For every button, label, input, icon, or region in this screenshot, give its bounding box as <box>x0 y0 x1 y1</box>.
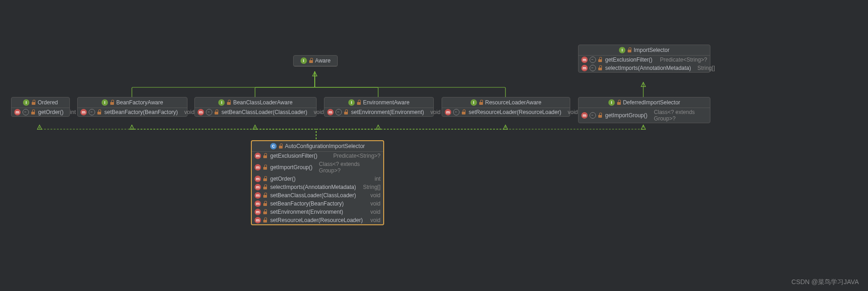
method-icon <box>255 192 261 199</box>
method-sig: setBeanFactory(BeanFactory) <box>270 200 364 207</box>
method-row: setBeanClassLoader(ClassLoader)void <box>195 108 316 116</box>
method-row: setResourceLoader(ResourceLoader)void <box>442 108 570 116</box>
method-sig: setBeanClassLoader(ClassLoader) <box>270 192 364 199</box>
node-environment-aware[interactable]: IEnvironmentAware setEnvironment(Environ… <box>324 97 434 117</box>
override-icon <box>89 109 95 115</box>
method-sig: getImportGroup() <box>270 164 312 171</box>
node-title: BeanClassLoaderAware <box>233 99 292 106</box>
node-resource-loader-aware[interactable]: IResourceLoaderAware setResourceLoader(R… <box>442 97 570 117</box>
lock-icon <box>357 100 361 105</box>
method-sig: setResourceLoader(ResourceLoader) <box>270 217 364 223</box>
lock-icon <box>263 177 267 181</box>
node-title: ResourceLoaderAware <box>485 99 542 106</box>
method-icon <box>255 217 261 223</box>
method-row: setBeanFactory(BeanFactory)void <box>252 200 383 208</box>
method-icon <box>327 109 334 115</box>
method-row: getExclusionFilter()Predicate<String>? <box>252 152 383 160</box>
method-ret: Predicate<String>? <box>333 153 380 159</box>
node-header: IOrdered <box>11 97 69 108</box>
method-ret: void <box>370 200 380 207</box>
method-row: getExclusionFilter()Predicate<String>? <box>579 56 710 64</box>
node-ordered[interactable]: IOrdered getOrder()int <box>11 97 70 117</box>
override-icon <box>453 109 460 115</box>
method-ret: Class<? extends Group>? <box>654 109 707 122</box>
watermark: CSDN @菜鸟学习JAVA <box>791 278 859 286</box>
lock-icon <box>263 218 267 223</box>
lock-icon <box>263 193 267 198</box>
method-sig: setBeanFactory(BeanFactory) <box>104 109 178 115</box>
lock-icon <box>263 154 267 158</box>
method-icon <box>255 184 261 190</box>
method-row: setEnvironment(Environment)void <box>252 208 383 216</box>
method-ret: void <box>314 109 324 115</box>
method-sig: setEnvironment(Environment) <box>351 109 424 115</box>
lock-icon <box>263 185 267 189</box>
method-ret: String[] <box>363 184 380 190</box>
node-header: I ImportSelector <box>579 45 710 56</box>
method-sig: getOrder() <box>38 109 63 115</box>
node-title: Ordered <box>38 99 58 106</box>
node-title: ImportSelector <box>634 47 669 53</box>
node-header: IBeanFactoryAware <box>78 97 187 108</box>
method-icon <box>255 200 261 207</box>
interface-icon: I <box>471 99 477 106</box>
lock-icon <box>278 144 283 148</box>
node-header: I Aware <box>294 56 337 66</box>
node-header: IDeferredImportSelector <box>579 97 710 108</box>
override-icon <box>590 112 596 119</box>
method-icon <box>198 109 204 115</box>
method-row: setBeanClassLoader(ClassLoader)void <box>252 191 383 200</box>
method-row: selectImports(AnnotationMetadata)String[… <box>252 183 383 191</box>
method-row: setResourceLoader(ResourceLoader)void <box>252 216 383 224</box>
node-bean-classloader-aware[interactable]: IBeanClassLoaderAware setBeanClassLoader… <box>194 97 317 117</box>
method-ret: void <box>431 109 441 115</box>
interface-icon: I <box>301 57 307 64</box>
method-ret: Class<? extends Group>? <box>319 161 380 174</box>
method-row: setBeanFactory(BeanFactory)void <box>78 108 187 116</box>
method-sig: getExclusionFilter() <box>605 57 653 63</box>
interface-icon: I <box>608 99 615 106</box>
lock-icon <box>227 100 231 105</box>
node-auto-config-import-selector[interactable]: CAutoConfigurationImportSelector getExcl… <box>251 140 384 225</box>
lock-icon <box>461 110 466 114</box>
method-icon <box>80 109 87 115</box>
method-icon <box>255 209 261 215</box>
method-icon <box>255 164 261 171</box>
override-icon <box>335 109 342 115</box>
lock-icon <box>31 110 35 114</box>
node-title: DeferredImportSelector <box>623 99 681 106</box>
interface-icon: I <box>23 99 29 106</box>
node-header: IBeanClassLoaderAware <box>195 97 316 108</box>
node-import-selector[interactable]: I ImportSelector getExclusionFilter()Pre… <box>578 45 710 73</box>
method-row: getOrder()int <box>252 175 383 183</box>
method-ret: void <box>370 217 380 223</box>
node-title: BeanFactoryAware <box>116 99 163 106</box>
node-title: AutoConfigurationImportSelector <box>285 143 365 149</box>
node-title: Aware <box>315 57 331 64</box>
method-ret: int <box>70 109 76 115</box>
lock-icon <box>344 110 348 114</box>
node-title: EnvironmentAware <box>363 99 409 106</box>
class-icon: C <box>270 143 277 149</box>
method-row: setEnvironment(Environment)void <box>324 108 433 116</box>
method-ret: void <box>184 109 194 115</box>
method-sig: getExclusionFilter() <box>270 153 327 159</box>
node-deferred-import-selector[interactable]: IDeferredImportSelector getImportGroup()… <box>578 97 710 123</box>
method-row: getOrder()int <box>11 108 69 116</box>
lock-icon <box>309 58 313 63</box>
method-ret: void <box>370 209 380 215</box>
method-icon <box>255 176 261 182</box>
method-icon <box>445 109 451 115</box>
method-sig: setEnvironment(Environment) <box>270 209 364 215</box>
method-icon <box>255 153 261 159</box>
override-icon <box>206 109 212 115</box>
node-aware[interactable]: I Aware <box>293 55 338 67</box>
lock-icon <box>617 100 621 105</box>
method-row: getImportGroup()Class<? extends Group>? <box>252 160 383 175</box>
method-row: selectImports(AnnotationMetadata)String[… <box>579 64 710 72</box>
node-bean-factory-aware[interactable]: IBeanFactoryAware setBeanFactory(BeanFac… <box>77 97 187 117</box>
method-ret: String[] <box>698 65 715 71</box>
node-header: CAutoConfigurationImportSelector <box>252 141 383 152</box>
node-header: IEnvironmentAware <box>324 97 433 108</box>
interface-icon: I <box>102 99 108 106</box>
